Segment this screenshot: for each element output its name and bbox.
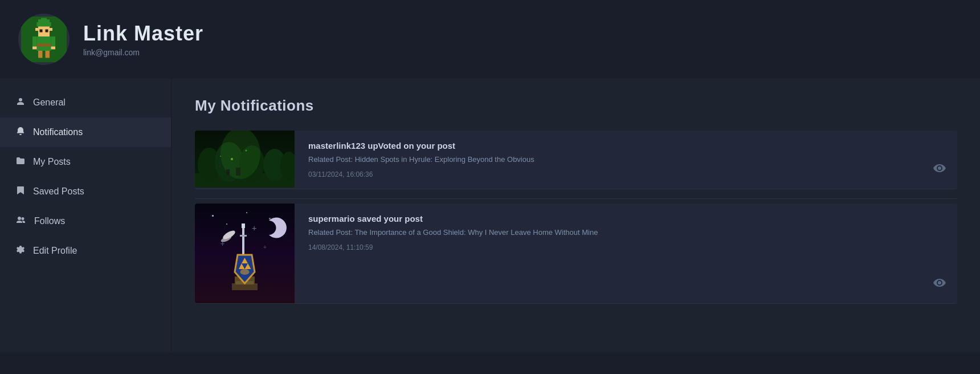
sidebar-item-saved-posts[interactable]: Saved Posts xyxy=(0,177,171,206)
svg-rect-33 xyxy=(246,212,247,213)
notification-row-2: + + + xyxy=(195,204,957,304)
svg-point-50 xyxy=(240,269,250,275)
avatar-image xyxy=(21,17,67,62)
notification-card-2: + + + xyxy=(195,204,957,304)
notifications-content: My Notifications xyxy=(172,79,980,352)
user-info: Link Master link@gmail.com xyxy=(83,22,203,57)
notification-related-2: Related Post: The Importance of a Good S… xyxy=(308,228,944,237)
svg-rect-10 xyxy=(32,36,37,47)
page-title: My Notifications xyxy=(195,97,957,115)
svg-rect-32 xyxy=(226,223,227,225)
username: Link Master xyxy=(83,22,203,46)
svg-rect-4 xyxy=(38,19,50,22)
svg-rect-7 xyxy=(46,30,48,32)
avatar xyxy=(18,14,70,65)
notification-title-1: masterlink123 upVoted on your post xyxy=(308,141,944,151)
person-icon xyxy=(16,97,25,108)
notification-image-1 xyxy=(195,131,295,188)
svg-text:+: + xyxy=(252,223,256,233)
svg-rect-39 xyxy=(240,235,247,237)
svg-point-27 xyxy=(231,158,233,160)
svg-rect-8 xyxy=(35,28,38,31)
notification-date-1: 03/11/2024, 16:06:36 xyxy=(308,170,944,178)
svg-rect-5 xyxy=(41,18,47,20)
svg-rect-16 xyxy=(37,44,51,47)
shield-scene: + + + xyxy=(195,204,295,303)
bell-icon xyxy=(16,127,25,138)
folder-icon xyxy=(16,156,25,168)
svg-rect-38 xyxy=(242,223,244,258)
people-icon xyxy=(16,216,26,227)
sidebar-item-notifications[interactable]: Notifications xyxy=(0,117,171,147)
sidebar-label-follows: Follows xyxy=(34,216,65,226)
sidebar-item-my-posts[interactable]: My Posts xyxy=(0,147,171,177)
svg-rect-13 xyxy=(51,47,56,50)
bookmark-icon xyxy=(16,186,25,197)
svg-rect-9 xyxy=(50,28,52,31)
svg-rect-25 xyxy=(226,169,230,175)
notification-card-1: masterlink123 upVoted on your post Relat… xyxy=(195,131,957,199)
sidebar-label-general: General xyxy=(33,97,66,108)
notification-related-1: Related Post: Hidden Spots in Hyrule: Ex… xyxy=(308,155,944,164)
notification-title-2: supermario saved your post xyxy=(308,214,944,223)
svg-rect-31 xyxy=(212,215,214,217)
svg-rect-6 xyxy=(40,30,43,32)
svg-rect-14 xyxy=(38,51,43,58)
svg-text:+: + xyxy=(263,244,267,250)
svg-text:+: + xyxy=(220,240,224,248)
svg-rect-3 xyxy=(37,22,51,27)
sidebar-item-edit-profile[interactable]: Edit Profile xyxy=(0,236,171,266)
sidebar-item-general[interactable]: General xyxy=(0,88,171,117)
notification-body-2: supermario saved your post Related Post:… xyxy=(295,204,957,262)
svg-rect-11 xyxy=(51,36,56,47)
sidebar-label-notifications: Notifications xyxy=(33,127,83,137)
forest-scene xyxy=(195,131,295,188)
profile-header: Link Master link@gmail.com xyxy=(0,0,980,79)
user-email: link@gmail.com xyxy=(83,48,203,57)
svg-rect-26 xyxy=(236,168,240,176)
svg-point-29 xyxy=(220,156,221,157)
sidebar: General Notifications My Posts xyxy=(0,79,171,352)
sidebar-item-follows[interactable]: Follows xyxy=(0,206,171,236)
eye-icon-1[interactable] xyxy=(933,162,946,177)
sidebar-label-edit-profile: Edit Profile xyxy=(33,246,77,256)
svg-rect-34 xyxy=(269,218,271,219)
svg-rect-15 xyxy=(46,51,50,58)
notification-image-2: + + + xyxy=(195,204,295,303)
svg-point-28 xyxy=(246,150,247,152)
notification-body-1: masterlink123 upVoted on your post Relat… xyxy=(295,131,957,189)
eye-icon-2[interactable] xyxy=(933,277,946,292)
sidebar-label-saved-posts: Saved Posts xyxy=(33,186,84,197)
svg-rect-40 xyxy=(242,223,245,228)
notification-row-1: masterlink123 upVoted on your post Relat… xyxy=(195,131,957,189)
svg-rect-12 xyxy=(32,47,37,50)
main-layout: General Notifications My Posts xyxy=(0,79,980,352)
notification-date-2: 14/08/2024, 11:10:59 xyxy=(308,243,944,251)
sidebar-label-my-posts: My Posts xyxy=(33,157,71,167)
gear-icon xyxy=(16,245,25,257)
